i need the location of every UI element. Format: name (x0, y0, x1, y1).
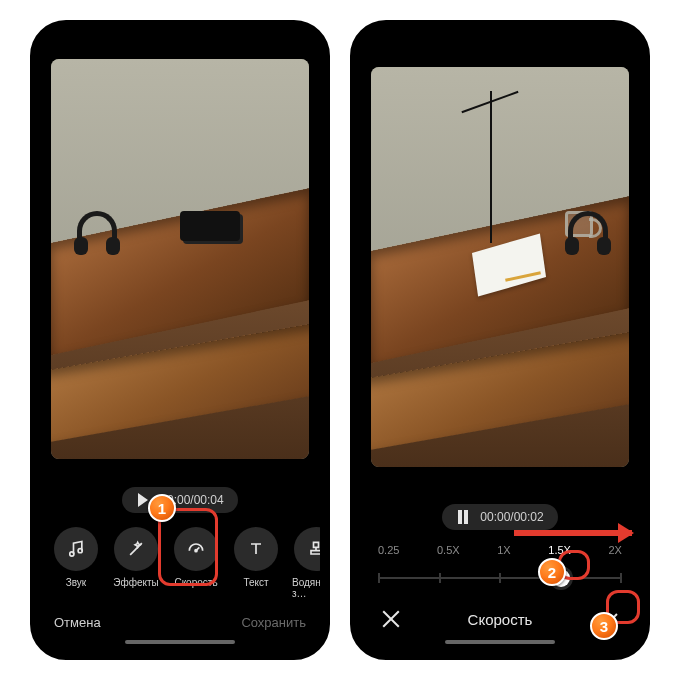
timecode: 00:00/00:02 (480, 510, 543, 524)
tool-effects[interactable]: Эффекты (112, 527, 160, 599)
speedometer-icon (174, 527, 218, 571)
svg-point-0 (70, 552, 74, 556)
tool-text[interactable]: Текст (232, 527, 280, 599)
playback-bar: 00:00/00:04 (40, 477, 320, 519)
text-icon (234, 527, 278, 571)
timecode: 00:00/00:04 (160, 493, 223, 507)
tool-speed[interactable]: Скорость (172, 527, 220, 599)
tool-watermark[interactable]: Водяной з… (292, 527, 320, 599)
play-pill: 00:00/00:02 (442, 504, 557, 530)
screen-speed: 00:00/00:02 0.25 0.5X 1X 1.5X 2X Скорост… (350, 20, 650, 660)
tool-row: Звук Эффекты Скорость Текст Водяной з… (40, 519, 320, 603)
tool-label: Звук (66, 577, 87, 588)
home-indicator (125, 640, 235, 644)
video-preview[interactable] (371, 67, 629, 467)
tool-label: Водяной з… (292, 577, 320, 599)
footer-bar: Отмена Сохранить (40, 603, 320, 640)
playback-bar: 00:00/00:02 (360, 494, 640, 536)
pause-icon[interactable] (456, 510, 470, 524)
speed-option-2x[interactable]: 2X (608, 544, 621, 556)
cancel-button[interactable]: Отмена (54, 615, 101, 630)
speed-option-0.5x[interactable]: 0.5X (437, 544, 460, 556)
tool-label: Эффекты (113, 577, 158, 588)
mic-stand-prop (490, 91, 492, 243)
speed-title: Скорость (468, 611, 533, 628)
audio-gear-prop (180, 211, 240, 241)
speed-control: 0.25 0.5X 1X 1.5X 2X (360, 536, 640, 590)
svg-point-1 (78, 549, 82, 553)
tool-sound[interactable]: Звук (52, 527, 100, 599)
close-icon[interactable] (380, 608, 402, 630)
speed-option-0.25[interactable]: 0.25 (378, 544, 399, 556)
save-button[interactable]: Сохранить (241, 615, 306, 630)
video-preview[interactable] (51, 59, 309, 459)
confirm-icon[interactable] (598, 608, 620, 630)
speed-tick-labels: 0.25 0.5X 1X 1.5X 2X (378, 544, 622, 556)
tool-label: Текст (243, 577, 268, 588)
video-preview-area (360, 30, 640, 494)
speed-slider[interactable] (378, 566, 622, 590)
play-icon[interactable] (136, 493, 150, 507)
tool-label: Скорость (174, 577, 217, 588)
play-pill: 00:00/00:04 (122, 487, 237, 513)
stamp-icon (294, 527, 320, 571)
wand-icon (114, 527, 158, 571)
speed-option-1x[interactable]: 1X (497, 544, 510, 556)
speed-slider-knob[interactable] (552, 569, 570, 587)
screen-tools: 00:00/00:04 Звук Эффекты Скорость Тек (30, 20, 330, 660)
svg-point-2 (195, 550, 197, 552)
video-preview-area (40, 30, 320, 477)
home-indicator (445, 640, 555, 644)
speed-option-1.5x[interactable]: 1.5X (548, 544, 571, 556)
speed-confirm-bar: Скорость (360, 590, 640, 640)
music-note-icon (54, 527, 98, 571)
